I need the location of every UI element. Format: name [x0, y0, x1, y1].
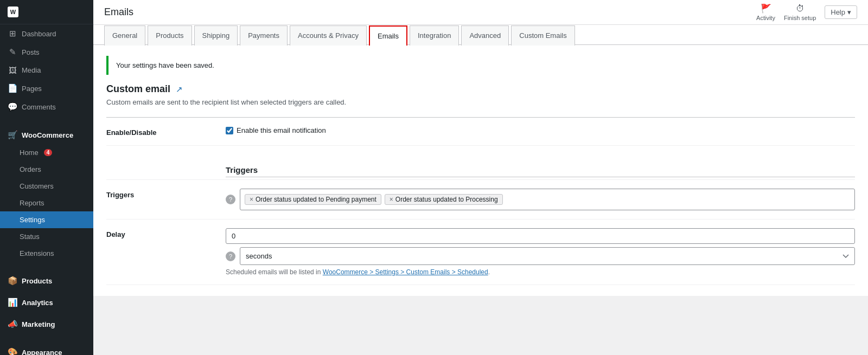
trigger-tag-0-remove[interactable]: × — [250, 196, 253, 203]
sidebar-item-home[interactable]: Home 4 — [0, 144, 93, 161]
sidebar-item-settings[interactable]: Settings — [0, 211, 93, 228]
sidebar-item-label: Extensions — [20, 249, 54, 257]
success-notice: Your settings have been saved. — [106, 56, 855, 75]
content-inner: Your settings have been saved. Custom em… — [93, 45, 868, 296]
tab-shipping[interactable]: Shipping — [194, 25, 238, 46]
sidebar-item-label: Marketing — [22, 320, 55, 328]
activity-label: Activity — [756, 15, 775, 21]
triggers-row: Triggers ? × Order status updated to Pen… — [106, 180, 855, 220]
tab-advanced[interactable]: Advanced — [461, 25, 509, 46]
enable-checkbox-label[interactable]: Enable this email notification — [226, 126, 855, 134]
content-area: Your settings have been saved. Custom em… — [93, 45, 868, 355]
sidebar-item-products[interactable]: 📦 Products — [0, 268, 93, 290]
triggers-tags-container[interactable]: × Order status updated to Pending paymen… — [240, 189, 855, 210]
sidebar-item-appearance[interactable]: 🎨 Appearance — [0, 340, 93, 355]
sidebar-item-label: Analytics — [22, 299, 53, 307]
sidebar-item-marketing[interactable]: 📣 Marketing — [0, 312, 93, 333]
sidebar-item-label: Dashboard — [22, 30, 56, 38]
topbar: Emails 🚩 Activity ⏱ Finish setup Help ▾ — [93, 0, 868, 25]
sidebar-item-label: Comments — [22, 103, 56, 111]
delay-hint-link[interactable]: WooCommerce > Settings > Custom Emails >… — [323, 268, 488, 276]
analytics-icon: 📊 — [8, 298, 17, 307]
page-title: Emails — [104, 7, 133, 18]
tab-products[interactable]: Products — [148, 25, 192, 46]
delay-unit-select[interactable]: seconds minutes hours days — [240, 247, 855, 265]
dashboard-icon: ⊞ — [8, 29, 17, 38]
delay-input[interactable]: 0 — [226, 228, 855, 244]
delay-hint-text: Scheduled emails will be listed in — [226, 268, 323, 276]
home-badge: 4 — [44, 149, 53, 156]
sidebar-item-status[interactable]: Status — [0, 228, 93, 245]
help-chevron-icon: ▾ — [847, 8, 851, 16]
tab-custom-emails[interactable]: Custom Emails — [511, 25, 575, 46]
trigger-tag-1-label: Order status updated to Processing — [395, 196, 498, 203]
triggers-help-icon[interactable]: ? — [226, 195, 235, 204]
sidebar-item-pages[interactable]: 📄 Pages — [0, 79, 93, 98]
triggers-section-title-col: Triggers — [226, 157, 855, 177]
trigger-tag-0[interactable]: × Order status updated to Pending paymen… — [245, 194, 381, 205]
triggers-label: Triggers — [106, 189, 226, 199]
delay-label: Delay — [106, 228, 226, 238]
wp-logo-icon: W — [8, 7, 18, 17]
enable-disable-field: Enable this email notification — [226, 126, 855, 134]
tab-integration[interactable]: Integration — [410, 25, 459, 46]
sidebar-item-customers[interactable]: Customers — [0, 178, 93, 195]
tab-navigation: General Products Shipping Payments Accou… — [93, 25, 868, 45]
sidebar-item-extensions[interactable]: Extensions — [0, 245, 93, 262]
triggers-section-spacer — [106, 157, 226, 159]
sidebar-item-comments[interactable]: 💬 Comments — [0, 98, 93, 116]
finish-setup-button[interactable]: ⏱ Finish setup — [784, 4, 816, 21]
settings-table: Enable/Disable Enable this email notific… — [106, 117, 855, 285]
sidebar-item-label: Reports — [20, 199, 44, 207]
tab-accounts-privacy[interactable]: Accounts & Privacy — [290, 25, 367, 46]
media-icon: 🖼 — [8, 66, 17, 75]
sidebar-item-label: Customers — [20, 182, 54, 190]
trigger-tag-1[interactable]: × Order status updated to Processing — [385, 194, 503, 205]
sidebar-item-analytics[interactable]: 📊 Analytics — [0, 290, 93, 312]
marketing-icon: 📣 — [8, 319, 17, 329]
comments-icon: 💬 — [8, 102, 17, 112]
custom-email-title: Custom email — [106, 83, 170, 95]
finish-setup-label: Finish setup — [784, 15, 816, 21]
main-area: Emails 🚩 Activity ⏱ Finish setup Help ▾ … — [93, 0, 868, 355]
triggers-subsection-title: Triggers — [226, 157, 855, 177]
enable-checkbox-text: Enable this email notification — [237, 126, 326, 134]
sidebar-item-label: Posts — [22, 48, 40, 56]
sidebar-item-orders[interactable]: Orders — [0, 161, 93, 178]
finish-setup-icon: ⏱ — [796, 4, 805, 14]
sidebar-item-posts[interactable]: ✎ Posts — [0, 43, 93, 61]
custom-email-description: Custom emails are sent to the recipient … — [106, 98, 855, 106]
enable-disable-row: Enable/Disable Enable this email notific… — [106, 118, 855, 146]
sidebar-item-label: Orders — [20, 165, 41, 173]
tab-general[interactable]: General — [104, 25, 145, 46]
custom-email-heading-row: Custom email ↗ — [106, 83, 855, 95]
help-button[interactable]: Help ▾ — [825, 5, 857, 19]
delay-hint: Scheduled emails will be listed in WooCo… — [226, 268, 855, 276]
custom-email-external-link[interactable]: ↗ — [176, 85, 183, 94]
delay-help-icon[interactable]: ? — [226, 251, 235, 261]
sidebar-item-dashboard[interactable]: ⊞ Dashboard — [0, 24, 93, 43]
delay-unit-row: ? seconds minutes hours days — [226, 247, 855, 265]
notice-text: Your settings have been saved. — [116, 61, 214, 69]
triggers-section-header-row: Triggers — [106, 146, 855, 180]
tab-emails[interactable]: Emails — [369, 25, 407, 46]
sidebar-item-woocommerce[interactable]: 🛒 WooCommerce — [0, 122, 93, 144]
posts-icon: ✎ — [8, 47, 17, 57]
activity-icon: 🚩 — [761, 3, 771, 14]
sidebar-item-reports[interactable]: Reports — [0, 195, 93, 211]
tab-payments[interactable]: Payments — [240, 25, 288, 46]
sidebar-logo[interactable]: W — [0, 0, 93, 24]
products-icon: 📦 — [8, 276, 17, 286]
trigger-tag-0-label: Order status updated to Pending payment — [256, 196, 376, 203]
sidebar-item-label: Settings — [20, 216, 45, 224]
enable-checkbox[interactable] — [226, 127, 233, 134]
sidebar-item-label: Pages — [22, 85, 42, 93]
sidebar-item-media[interactable]: 🖼 Media — [0, 61, 93, 79]
triggers-field: ? × Order status updated to Pending paym… — [226, 189, 855, 210]
activity-button[interactable]: 🚩 Activity — [756, 3, 775, 21]
trigger-tag-1-remove[interactable]: × — [390, 196, 393, 203]
delay-field: 0 ? seconds minutes hours days Schedule — [226, 228, 855, 276]
pages-icon: 📄 — [8, 83, 17, 93]
sidebar-item-label: Products — [22, 277, 52, 285]
sidebar: W ⊞ Dashboard ✎ Posts 🖼 Media 📄 Pages 💬 … — [0, 0, 93, 355]
